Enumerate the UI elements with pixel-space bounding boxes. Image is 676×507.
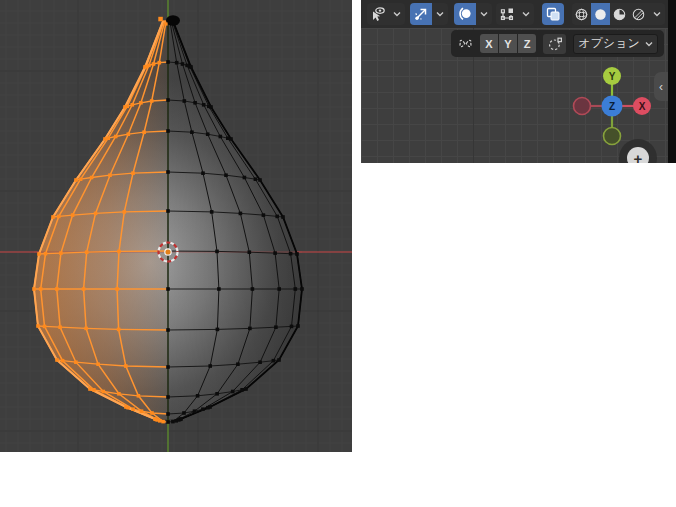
- gizmo-neg-y-axis-ball[interactable]: [604, 128, 621, 145]
- options-label: オプション: [578, 35, 639, 52]
- shading-material-button[interactable]: [610, 3, 629, 25]
- control-group-4: [496, 3, 534, 25]
- 3d-viewport[interactable]: [0, 0, 352, 452]
- sphere-orbit-icon: [457, 6, 473, 22]
- gizmo-x-label: X: [639, 101, 646, 112]
- cursor-eye-icon: [370, 6, 386, 22]
- chevron-down-icon: [522, 11, 530, 17]
- wireframe-sphere-icon: [574, 7, 589, 22]
- sphere-orbit-dropdown[interactable]: [476, 3, 492, 25]
- options-dropdown-button[interactable]: オプション: [573, 34, 658, 54]
- shading-mode-group: [572, 3, 665, 25]
- viewport-header: [361, 0, 668, 28]
- chevron-down-icon: [645, 41, 653, 47]
- control-group-2: [410, 3, 448, 25]
- shading-solid-button[interactable]: [591, 3, 610, 25]
- gizmo-y-label: Y: [609, 71, 616, 82]
- corner-squares-dropdown[interactable]: [518, 3, 534, 25]
- screenshot-canvas: X Y Z オプション: [0, 0, 676, 507]
- control-group-3: [454, 3, 492, 25]
- shading-dropdown[interactable]: [648, 3, 665, 25]
- corner-squares-icon: [499, 6, 515, 22]
- gizmo-arrow-icon-button[interactable]: [410, 3, 432, 25]
- navigation-gizmo[interactable]: Y X Z: [572, 66, 652, 146]
- viewport-mesh-canvas[interactable]: [0, 0, 352, 452]
- chevron-down-icon: [393, 11, 401, 17]
- xray-squares-icon: [545, 6, 561, 22]
- gizmo-arrow-icon: [413, 6, 429, 22]
- viewport-topright-region: X Y Z オプション: [361, 0, 676, 163]
- solid-sphere-icon: [593, 7, 608, 22]
- corner-squares-icon-button[interactable]: [496, 3, 518, 25]
- gizmo-neg-x-axis-ball[interactable]: [574, 98, 591, 115]
- sphere-orbit-icon-button[interactable]: [454, 3, 476, 25]
- mirror-axis-group: X Y Z: [480, 34, 536, 53]
- sidebar-toggle[interactable]: ‹: [654, 72, 668, 101]
- butterfly-mirror-icon: [457, 35, 474, 52]
- xray-toggle-button[interactable]: [542, 3, 564, 25]
- rendered-sphere-icon: [631, 7, 646, 22]
- material-sphere-icon: [612, 7, 627, 22]
- control-group-1: [367, 3, 405, 25]
- mirror-z-button[interactable]: Z: [518, 34, 536, 53]
- tool-settings-panel: X Y Z オプション: [451, 30, 664, 57]
- shading-wireframe-button[interactable]: [572, 3, 591, 25]
- cursor-eye-dropdown[interactable]: [389, 3, 405, 25]
- shading-rendered-button[interactable]: [629, 3, 648, 25]
- editor-edge-strip: [668, 0, 676, 163]
- dashed-circle-icon: [547, 36, 563, 52]
- transform-origins-button[interactable]: [543, 34, 566, 54]
- chevron-left-icon: ‹: [659, 80, 663, 94]
- zoom-plus-button[interactable]: +: [627, 147, 649, 163]
- xray-group: [542, 3, 564, 25]
- cursor-eye-icon-button[interactable]: [367, 3, 389, 25]
- plus-icon: +: [634, 150, 643, 164]
- mirror-x-button[interactable]: X: [480, 34, 498, 53]
- chevron-down-icon: [480, 11, 488, 17]
- chevron-down-icon: [436, 11, 444, 17]
- zoom-plus-button-wrap: +: [619, 139, 657, 163]
- chevron-down-icon: [653, 11, 661, 17]
- mirror-y-button[interactable]: Y: [499, 34, 517, 53]
- gizmo-z-label: Z: [609, 101, 615, 112]
- gizmo-arrow-dropdown[interactable]: [432, 3, 448, 25]
